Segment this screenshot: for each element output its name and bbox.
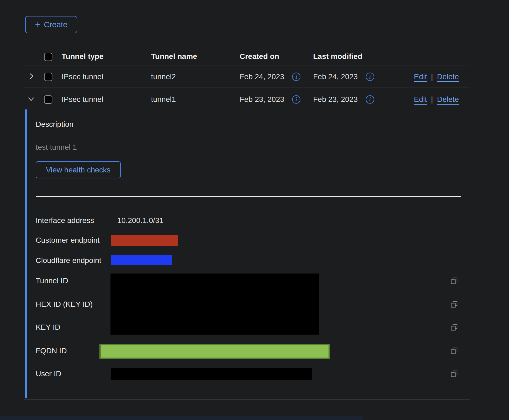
info-icon[interactable]: i bbox=[292, 73, 300, 81]
info-icon[interactable]: i bbox=[366, 73, 374, 81]
copy-icon bbox=[450, 300, 458, 308]
action-separator: | bbox=[431, 95, 433, 104]
copy-button-tunnel-id[interactable] bbox=[450, 277, 458, 285]
tunnel-type-cell: IPsec tunnel bbox=[62, 95, 103, 104]
view-health-checks-label: View health checks bbox=[46, 166, 110, 174]
ipsec-tunnels-page: + Create Tunnel type Tunnel name Created… bbox=[0, 0, 509, 420]
bottom-selection-strip bbox=[0, 416, 363, 420]
delete-link-tunnel1[interactable]: Delete bbox=[437, 95, 459, 104]
redaction-block-black-user-id bbox=[111, 368, 312, 380]
field-label-tunnel-id: Tunnel ID bbox=[36, 276, 68, 285]
redaction-block-blue-cloudflare-endpoint bbox=[111, 255, 172, 265]
create-button[interactable]: + Create bbox=[25, 16, 77, 33]
copy-icon bbox=[450, 323, 458, 331]
row-checkbox-tunnel1[interactable] bbox=[44, 95, 52, 104]
delete-link-tunnel2[interactable]: Delete bbox=[437, 72, 459, 81]
view-health-checks-button[interactable]: View health checks bbox=[36, 161, 121, 178]
field-label-cloudflare-endpoint: Cloudflare endpoint bbox=[36, 256, 101, 265]
expanded-row-accent-bar bbox=[25, 109, 27, 398]
edit-link-tunnel2[interactable]: Edit bbox=[414, 72, 427, 81]
last-modified-cell: Feb 23, 2023 bbox=[313, 95, 358, 104]
copy-icon bbox=[450, 347, 458, 355]
copy-icon bbox=[450, 277, 458, 285]
created-on-cell: Feb 23, 2023 bbox=[240, 95, 284, 104]
section-divider bbox=[36, 196, 461, 197]
redaction-block-green-fqdn-id bbox=[99, 344, 330, 359]
field-label-customer-endpoint: Customer endpoint bbox=[36, 236, 100, 245]
tunnel-name-cell: tunnel1 bbox=[151, 95, 176, 104]
column-header-tunnel-name: Tunnel name bbox=[151, 52, 197, 61]
column-header-tunnel-type: Tunnel type bbox=[62, 52, 103, 61]
copy-icon bbox=[450, 370, 458, 378]
description-heading: Description bbox=[36, 120, 73, 129]
copy-button-hex-id[interactable] bbox=[450, 300, 458, 308]
field-label-user-id: User ID bbox=[36, 369, 61, 378]
create-button-label: Create bbox=[44, 20, 67, 29]
redaction-block-red-customer-endpoint bbox=[111, 235, 178, 246]
edit-link-tunnel1[interactable]: Edit bbox=[414, 95, 427, 104]
created-on-cell: Feb 24, 2023 bbox=[240, 72, 284, 81]
row-divider bbox=[24, 88, 470, 88]
column-header-created-on: Created on bbox=[240, 52, 279, 61]
description-text: test tunnel 1 bbox=[36, 143, 77, 152]
row-checkbox-tunnel2[interactable] bbox=[44, 73, 52, 81]
tunnel-type-cell: IPsec tunnel bbox=[62, 72, 103, 81]
field-value-interface-address: 10.200.1.0/31 bbox=[117, 216, 163, 225]
row-actions: Edit | Delete bbox=[414, 95, 459, 104]
header-divider bbox=[24, 65, 470, 65]
table-bottom-divider bbox=[24, 399, 470, 400]
field-label-interface-address: Interface address bbox=[36, 216, 94, 225]
field-label-fqdn-id: FQDN ID bbox=[36, 346, 67, 355]
row-actions: Edit | Delete bbox=[414, 72, 459, 81]
expand-chevron-right-icon[interactable] bbox=[28, 73, 35, 80]
tunnel-name-cell: tunnel2 bbox=[151, 72, 176, 81]
copy-button-key-id[interactable] bbox=[450, 323, 458, 331]
select-all-checkbox[interactable] bbox=[44, 53, 52, 61]
last-modified-cell: Feb 24, 2023 bbox=[313, 72, 358, 81]
column-header-last-modified: Last modified bbox=[313, 52, 362, 61]
info-icon[interactable]: i bbox=[366, 95, 374, 104]
action-separator: | bbox=[431, 72, 433, 81]
copy-button-fqdn-id[interactable] bbox=[450, 347, 458, 355]
collapse-chevron-down-icon[interactable] bbox=[28, 96, 35, 103]
info-icon[interactable]: i bbox=[292, 95, 300, 104]
field-label-hex-id: HEX ID (KEY ID) bbox=[36, 300, 93, 309]
redaction-block-black-ids bbox=[110, 274, 319, 335]
copy-button-user-id[interactable] bbox=[450, 370, 458, 378]
field-label-key-id: KEY ID bbox=[36, 323, 60, 332]
